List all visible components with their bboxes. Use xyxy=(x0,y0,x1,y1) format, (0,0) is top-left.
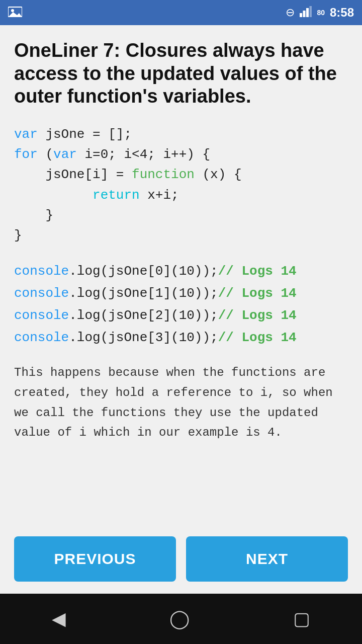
console-line-1: console.log(jsOne[0](10));// Logs 14 xyxy=(14,260,348,282)
do-not-disturb-icon: ⊖ xyxy=(286,6,295,19)
explanation-text: This happens because when the functions … xyxy=(14,363,348,442)
next-button[interactable]: NEXT xyxy=(186,536,348,582)
main-content: OneLiner 7: Closures always have access … xyxy=(0,25,362,526)
time-display: 8:58 xyxy=(330,6,354,20)
previous-button[interactable]: PREVIOUS xyxy=(14,536,176,582)
code-block: var jsOne = []; for (var i=0; i<4; i++) … xyxy=(14,124,348,246)
svg-rect-4 xyxy=(303,11,306,17)
code-line-3: jsOne[i] = function (x) { xyxy=(14,165,348,185)
home-icon[interactable]: ◯ xyxy=(169,608,190,629)
code-line-2: for (var i=0; i<4; i++) { xyxy=(14,144,348,165)
status-bar: ⊖ 80 8:58 xyxy=(0,0,362,25)
back-icon[interactable]: ◀ xyxy=(52,608,66,629)
console-block: console.log(jsOne[0](10));// Logs 14 con… xyxy=(14,260,348,349)
svg-rect-5 xyxy=(306,8,309,17)
nav-bar: ◀ ◯ ▢ xyxy=(0,594,362,644)
battery-icon: 80 xyxy=(317,9,325,17)
signal-icon xyxy=(300,6,312,19)
code-line-4: return x+i; xyxy=(14,185,348,205)
code-line-6: } xyxy=(14,225,348,246)
image-icon xyxy=(8,6,22,19)
code-line-5: } xyxy=(14,205,348,225)
console-line-3: console.log(jsOne[2](10));// Logs 14 xyxy=(14,304,348,327)
page-title: OneLiner 7: Closures always have access … xyxy=(14,39,348,108)
console-line-2: console.log(jsOne[1](10));// Logs 14 xyxy=(14,282,348,304)
recents-icon[interactable]: ▢ xyxy=(293,608,310,629)
svg-point-1 xyxy=(11,9,14,12)
button-area: PREVIOUS NEXT xyxy=(0,526,362,594)
console-line-4: console.log(jsOne[3](10));// Logs 14 xyxy=(14,327,348,349)
svg-rect-6 xyxy=(310,6,312,17)
code-line-1: var jsOne = []; xyxy=(14,124,348,144)
svg-marker-2 xyxy=(8,12,22,17)
svg-rect-3 xyxy=(300,13,302,17)
